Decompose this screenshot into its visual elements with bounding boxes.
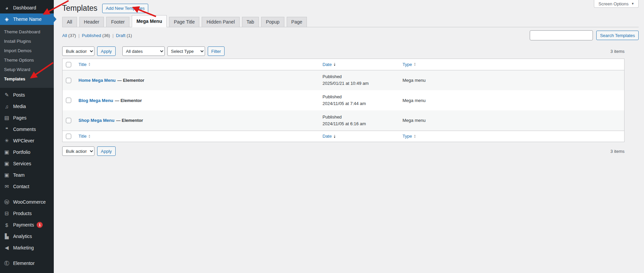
sidebar-item-media[interactable]: ♫ Media (0, 101, 54, 112)
items-count: 3 items (610, 49, 625, 54)
sort-by-date-link[interactable]: Date ▲▼ (323, 62, 336, 67)
sort-desc-icon: ▼ (333, 64, 336, 66)
sidebar-item-woocommerce[interactable]: Ⓦ WooCommerce (0, 196, 54, 208)
page-header: Templates Add New Templates (62, 0, 639, 13)
sort-desc-icon: ▼ (414, 64, 416, 66)
screen-options-label: Screen Options (598, 1, 629, 6)
status-link-label: Draft (116, 33, 125, 38)
status-count: (36) (102, 33, 110, 38)
sort-by-title-link[interactable]: Title ▲▼ (79, 134, 91, 139)
submenu-item-theme-dashboard[interactable]: Theme Dashboard (0, 27, 54, 37)
row-checkbox[interactable] (66, 98, 71, 103)
add-new-templates-button[interactable]: Add New Templates (102, 4, 148, 13)
submenu-item-setup-wizard[interactable]: Setup Wizard (0, 65, 54, 74)
sidebar-item-marketing[interactable]: ◀ Marketing (0, 242, 54, 253)
status-link-draft[interactable]: Draft (1) (116, 33, 132, 38)
template-builder-suffix: — Elementor (115, 98, 142, 103)
tab-page-title[interactable]: Page Title (169, 17, 199, 27)
sidebar-item-portfolio[interactable]: ▣ Portfolio (0, 146, 54, 158)
sidebar-item-wpclever[interactable]: ✳ WPClever (0, 135, 54, 146)
sidebar-item-label: Products (13, 211, 32, 216)
search-templates-button[interactable]: Search Templates (596, 31, 639, 40)
tab-footer[interactable]: Footer (106, 17, 129, 27)
sort-by-type-link[interactable]: Type ▲▼ (403, 62, 416, 67)
separator: | (78, 33, 79, 38)
tab-header[interactable]: Header (79, 17, 104, 27)
submenu-item-templates[interactable]: Templates (0, 74, 54, 84)
sidebar-item-pages[interactable]: ▤ Pages (0, 112, 54, 124)
tab-hidden-panel[interactable]: Hidden Panel (202, 17, 239, 27)
sort-by-type-link[interactable]: Type ▲▼ (403, 134, 416, 139)
template-title-link[interactable]: Home Mega Menu (79, 78, 116, 83)
status-link-all[interactable]: All (37) (62, 33, 76, 38)
row-type: Mega menu (403, 98, 426, 103)
column-label-date: Date (323, 62, 332, 67)
sidebar-item-team[interactable]: ▣ Team (0, 169, 54, 181)
sidebar-item-payments[interactable]: $ Payments 1 (0, 219, 54, 231)
template-title-link[interactable]: Blog Mega Menu (79, 98, 113, 103)
sidebar-item-label: Marketing (13, 245, 34, 250)
sidebar-item-comments[interactable]: ❝ Comments (0, 124, 54, 135)
apply-button[interactable]: Apply (97, 46, 116, 56)
row-status: Published (323, 114, 396, 121)
list-table-area: Bulk actions Apply All dates Select Type… (62, 46, 625, 156)
row-datetime: 2025/01/21 at 10:49 am (323, 80, 396, 87)
sidebar-item-elementor[interactable]: Ⓔ Elementor (0, 258, 54, 269)
tab-popup[interactable]: Popup (261, 17, 284, 27)
contact-envelope-icon: ✉ (3, 183, 10, 190)
comments-bubble-icon: ❝ (3, 126, 10, 132)
sort-by-date-link[interactable]: Date ▲▼ (323, 134, 336, 139)
submenu-item-import-demos[interactable]: Import Demos (0, 46, 54, 56)
items-count: 3 items (610, 149, 625, 154)
sidebar-item-posts[interactable]: ✎ Posts (0, 89, 54, 101)
status-link-label: All (62, 33, 67, 38)
template-title-link[interactable]: Shop Mega Menu (79, 118, 115, 123)
portfolio-folder-icon: ▣ (3, 149, 10, 155)
bulk-actions-select[interactable]: Bulk actions (62, 46, 94, 56)
row-status: Published (323, 73, 396, 80)
row-status: Published (323, 94, 396, 100)
sidebar-item-label: Services (13, 161, 31, 166)
search-templates-input[interactable] (530, 30, 593, 40)
page-title: Templates (62, 3, 97, 13)
submenu-item-theme-options[interactable]: Theme Options (0, 56, 54, 65)
select-all-checkbox[interactable] (66, 134, 71, 139)
tab-page[interactable]: Page (287, 17, 307, 27)
filter-and-search-row: All (37) | Published (36) | Draft (1) Se… (62, 30, 639, 41)
theme-shield-icon: ◈ (3, 16, 10, 22)
row-checkbox[interactable] (66, 78, 71, 83)
wordpress-admin-screen: ◕ Dashboard ◈ Theme Name Theme Dashboard… (0, 0, 644, 273)
sidebar-item-theme-name[interactable]: ◈ Theme Name (0, 13, 54, 25)
submenu-item-install-plugins[interactable]: Install Plugins (0, 37, 54, 46)
sort-by-title-link[interactable]: Title ▲▼ (79, 62, 91, 67)
screen-options-button[interactable]: Screen Options ▼ (594, 0, 639, 8)
sidebar-item-label: Contact (13, 184, 29, 189)
sort-desc-icon: ▼ (414, 136, 416, 138)
tab-tab[interactable]: Tab (242, 17, 259, 27)
tab-mega-menu[interactable]: Mega Menu (132, 15, 167, 27)
type-filter-select[interactable]: Select Type (167, 46, 205, 56)
dates-filter-select[interactable]: All dates (122, 46, 165, 56)
sidebar-item-contact[interactable]: ✉ Contact (0, 181, 54, 192)
admin-content: Screen Options ▼ Templates Add New Templ… (54, 0, 644, 273)
sidebar-item-products[interactable]: ⊟ Products (0, 208, 54, 219)
table-header: Title ▲▼ Date ▲▼ Type (63, 59, 625, 70)
payments-notification-badge: 1 (37, 222, 43, 228)
apply-button[interactable]: Apply (97, 146, 116, 156)
sidebar-item-dashboard[interactable]: ◕ Dashboard (0, 2, 54, 13)
filter-button[interactable]: Filter (208, 46, 225, 56)
bulk-actions-select[interactable]: Bulk actions (62, 146, 94, 156)
select-all-checkbox[interactable] (66, 62, 71, 67)
sidebar-item-label: Pages (13, 115, 27, 121)
row-checkbox[interactable] (66, 118, 71, 123)
sidebar-item-services[interactable]: ▣ Services (0, 158, 54, 169)
sidebar-item-label: Posts (13, 92, 25, 98)
column-label-title: Title (79, 134, 87, 139)
sidebar-item-analytics[interactable]: ▙ Analytics (0, 231, 54, 242)
tab-all[interactable]: All (62, 17, 77, 27)
theme-submenu: Theme Dashboard Install Plugins Import D… (0, 25, 54, 88)
payments-dollar-icon: $ (3, 222, 10, 228)
search-box: Search Templates (530, 30, 639, 40)
status-link-published[interactable]: Published (36) (82, 33, 110, 38)
tablenav-top: Bulk actions Apply All dates Select Type… (62, 46, 625, 56)
